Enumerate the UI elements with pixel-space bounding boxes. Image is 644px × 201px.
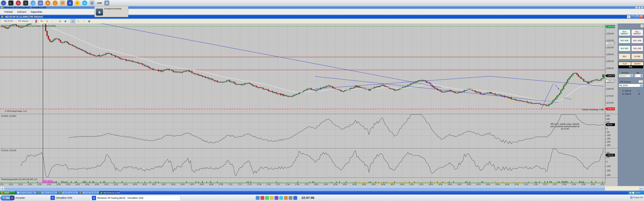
app-icon: ➤ bbox=[10, 196, 14, 200]
skype-icon[interactable]: S bbox=[82, 0, 87, 5]
host-panel: ★ Menu ➤ Krusader V VirtualBox OSE V Win… bbox=[0, 195, 644, 201]
window-button-label: Control Center - Default bbox=[20, 192, 36, 194]
restore-button[interactable]: ❐ bbox=[635, 15, 639, 18]
instrument-dropdown[interactable]: NQ 03-09 ▾ bbox=[3, 19, 16, 23]
currency-button[interactable]: $ bbox=[81, 19, 86, 23]
tray-im-icon[interactable] bbox=[274, 196, 278, 200]
host-taskbar-button[interactable]: ➤ Krusader bbox=[9, 195, 51, 201]
menu-item[interactable]: Počítač bbox=[4, 10, 13, 13]
tray-mail-icon[interactable] bbox=[260, 196, 264, 200]
buy-bid-button[interactable]: BUY BID bbox=[619, 45, 630, 51]
atm-strategy-select[interactable]: PA_20:00 ▼ bbox=[619, 84, 643, 87]
ask-size: 1 bbox=[638, 90, 639, 92]
host-close-button[interactable]: × bbox=[641, 6, 643, 9]
tray-display-icon[interactable] bbox=[289, 196, 292, 200]
host-minimize-button[interactable]: − bbox=[635, 6, 638, 9]
kmail-icon[interactable]: ✉ bbox=[60, 0, 65, 5]
host-task-label: Krusader bbox=[16, 197, 25, 199]
tray-volume-icon[interactable] bbox=[632, 192, 634, 194]
wine-icon[interactable]: ◎ bbox=[16, 0, 21, 5]
klipper-icon[interactable]: ▥ bbox=[90, 0, 94, 5]
host-clock[interactable]: 22:07:06 bbox=[302, 196, 314, 200]
psi-chat-icon[interactable]: ;-) bbox=[30, 0, 36, 5]
chart-annotation-text[interactable]: RR na TL, jediný vstup o kterém jsem uva… bbox=[543, 123, 587, 130]
system-monitor-icon[interactable]: ∿ bbox=[23, 0, 28, 5]
chart-canvas[interactable] bbox=[0, 23, 619, 186]
tray-battery-icon[interactable] bbox=[270, 196, 274, 200]
firefox-icon[interactable]: ʘ bbox=[45, 0, 50, 5]
copyright-label: © 2000 NinjaTrader, LLC bbox=[5, 110, 27, 112]
zoom-out-button[interactable]: ⊖ bbox=[50, 19, 55, 23]
buy-ask-button[interactable]: BUY ASK bbox=[619, 38, 630, 43]
spin-up-icon[interactable]: ▲ bbox=[640, 74, 643, 76]
host-maximize-button[interactable]: □ bbox=[638, 6, 640, 9]
tray-klipper-icon[interactable] bbox=[256, 196, 260, 200]
host-taskbar-button[interactable]: V Windows XP-trading [Beží] - VirtualBox… bbox=[90, 195, 180, 201]
tray-download-icon[interactable] bbox=[284, 196, 288, 200]
menu-item[interactable]: Nápověda bbox=[31, 10, 42, 13]
tray-network-icon[interactable] bbox=[630, 192, 632, 194]
menu-item[interactable]: Zařízení bbox=[17, 10, 26, 13]
reverse-button[interactable]: REV bbox=[619, 54, 630, 59]
sell-market-button[interactable]: SELL MARKET bbox=[632, 29, 643, 36]
snapshot-button[interactable]: ▣ bbox=[63, 19, 68, 23]
close-position-button[interactable]: CLOSE bbox=[632, 54, 643, 59]
konsole-icon[interactable]: >_ bbox=[8, 0, 14, 5]
draw-tool-button[interactable]: ✎▾ bbox=[40, 19, 44, 23]
data-grid-button[interactable]: ▦ bbox=[87, 19, 92, 23]
ksr-icon[interactable]: KSR bbox=[97, 0, 102, 5]
chevron-down-icon: ▾ bbox=[14, 20, 14, 22]
scroll-right-button[interactable]: ► bbox=[639, 187, 643, 191]
account-select[interactable]: Sim101 ▼ bbox=[619, 74, 634, 77]
indicators-button[interactable]: ◉ bbox=[70, 19, 75, 23]
host-task-label: Windows XP-trading [Beží] - VirtualBox O… bbox=[97, 197, 144, 199]
chevron-down-icon[interactable]: ▼ bbox=[640, 84, 643, 87]
flat-button[interactable]: FLAT bbox=[619, 62, 631, 66]
chart-properties-button[interactable]: ∿ bbox=[76, 19, 81, 23]
xp-taskbar-window-button[interactable]: NQ 03-09 15.12.200... bbox=[100, 191, 120, 194]
amarok-wolf-icon[interactable]: ◖ bbox=[1, 0, 6, 5]
xp-taskbar-window-button[interactable]: Control Center - Default bbox=[16, 191, 36, 194]
close-button[interactable]: ✕ bbox=[640, 15, 643, 18]
atm-more-button[interactable]: ... bbox=[638, 80, 643, 83]
sell-bid-button[interactable]: SELL BID bbox=[632, 45, 643, 51]
hscroll-thumb[interactable] bbox=[5, 187, 605, 191]
window-button-label: NQ 12-08 15.12.200... bbox=[83, 192, 99, 194]
krdc-icon[interactable]: ⧉ bbox=[104, 0, 109, 5]
xp-clock[interactable]: 22:07 bbox=[636, 192, 640, 194]
spin-down-icon[interactable]: ▼ bbox=[640, 76, 643, 78]
xp-taskbar-window-button[interactable]: NQ 12-08 15.12.200... bbox=[58, 191, 78, 194]
atm-strategy-label: ATM Strategy bbox=[620, 81, 631, 83]
chevron-down-icon[interactable]: ▼ bbox=[630, 74, 633, 77]
ksnapshot-desktop-item[interactable]: ◉ Ksnapshot.desktop bbox=[94, 6, 128, 17]
virtualbox-icon[interactable]: V bbox=[68, 0, 72, 5]
quantity-stepper[interactable]: 1 ▲▼ bbox=[634, 74, 643, 77]
interval-dropdown[interactable]: 700 Volume ▾ bbox=[16, 19, 31, 23]
sell-ask-button[interactable]: SELL ASK bbox=[632, 38, 643, 43]
buy-market-button[interactable]: BUY MARKET bbox=[619, 29, 630, 36]
host-taskbar-button[interactable]: V VirtualBox OSE bbox=[49, 195, 92, 201]
layout-button[interactable]: L bbox=[627, 15, 630, 18]
minimize-button[interactable]: − bbox=[631, 15, 635, 18]
xp-start-button[interactable]: Start bbox=[0, 191, 15, 195]
amarok-icon[interactable]: ♪ bbox=[53, 0, 58, 5]
crosshair-button[interactable]: ┼▾ bbox=[58, 19, 62, 23]
entry-button[interactable]: ENTRY bbox=[631, 62, 644, 66]
toolbar-grip[interactable] bbox=[1, 19, 2, 23]
tray-update-icon[interactable] bbox=[265, 196, 269, 200]
scroll-left-button[interactable]: ◄ bbox=[0, 187, 4, 191]
host-quicklaunch-bar: ◖ >_ ◎ ∿ ;-) ▤ ʘ ♪ ✉ V U S ▥ KSR ⧉ bbox=[0, 0, 644, 6]
xp-taskbar-window-button[interactable]: NQ 12-08 15.12.200... bbox=[37, 191, 57, 194]
chart-style-button[interactable]: ▾ bbox=[34, 19, 39, 23]
tray-mixer-icon[interactable] bbox=[279, 196, 283, 200]
zoom-in-button[interactable]: ⊕ bbox=[45, 19, 50, 23]
bid-size: 29 bbox=[638, 93, 640, 95]
chart-window-icon bbox=[1, 15, 4, 18]
xp-taskbar-window-button[interactable]: NQ 12-08 15.12.200... bbox=[79, 191, 99, 194]
ktorrent-icon[interactable]: U bbox=[75, 0, 80, 5]
panel-collapse-arrow-icon[interactable]: ▲ bbox=[640, 24, 644, 27]
window-button-label: NQ 12-08 15.12.200... bbox=[41, 192, 57, 194]
floppy-disk-icon[interactable]: ▤ bbox=[38, 0, 43, 5]
grid-icon: ▦ bbox=[88, 20, 90, 22]
tray-vbox-icon[interactable] bbox=[293, 196, 297, 200]
